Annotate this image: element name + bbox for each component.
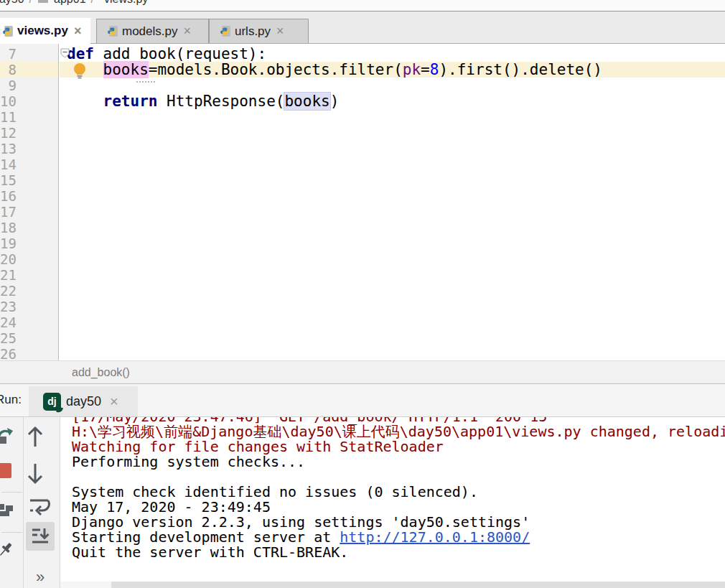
console-hscrollbar-track xyxy=(60,582,725,588)
run-toolwindow-body: » [17/May/2020 23:47:46] "GET /add_book/… xyxy=(0,417,725,588)
code-token: ).first().delete() xyxy=(439,61,602,78)
code-line[interactable] xyxy=(60,157,725,172)
code-line[interactable] xyxy=(60,314,725,330)
tab-label: urls.py xyxy=(235,24,271,39)
code-line[interactable] xyxy=(60,267,725,283)
console-output: [17/May/2020 23:47:46] "GET /add_book/ H… xyxy=(60,417,725,560)
editor-tab-bar: views.py × models.py × urls.py × xyxy=(0,11,725,44)
up-arrow-icon[interactable] xyxy=(27,424,43,449)
gutter-line-number[interactable]: 22 xyxy=(0,283,58,299)
python-file-icon xyxy=(1,25,14,37)
breadcrumb-separator: / xyxy=(91,0,94,6)
gutter-line-number[interactable]: 8 xyxy=(0,62,58,78)
restore-layout-icon[interactable] xyxy=(0,503,14,518)
code-line[interactable] xyxy=(60,141,725,157)
fold-marker-icon[interactable] xyxy=(60,48,70,58)
down-arrow-icon[interactable] xyxy=(27,462,43,486)
console-link[interactable]: http://127.0.0.1:8000/ xyxy=(340,528,530,546)
console-text: Performing system checks... xyxy=(72,453,305,470)
breadcrumb-item-views[interactable]: views.py xyxy=(104,0,148,6)
console-line: Django version 2.2.3, using settings 'da… xyxy=(72,515,725,530)
close-icon[interactable]: × xyxy=(110,393,118,410)
code-token: = xyxy=(421,61,430,78)
code-token: pk xyxy=(403,61,421,78)
tab-urls-py[interactable]: urls.py × xyxy=(209,19,309,44)
code-line[interactable] xyxy=(60,109,725,125)
editor-breadcrumb-bar: add_book() xyxy=(0,360,725,384)
tab-label: models.py xyxy=(122,24,177,39)
close-icon[interactable]: × xyxy=(276,24,284,39)
code-line[interactable] xyxy=(60,346,725,360)
code-token: books xyxy=(103,61,149,78)
gutter-line-number[interactable]: 17 xyxy=(0,204,58,220)
pycharm-window: day50 / app01 / views.py views.py × xyxy=(0,0,725,588)
gutter-line-number[interactable]: 15 xyxy=(0,172,58,188)
scroll-to-end-icon[interactable] xyxy=(26,522,55,551)
gutter-line-number[interactable]: 16 xyxy=(0,188,58,204)
gutter-line-number[interactable]: 18 xyxy=(0,220,58,235)
code-token: ) xyxy=(330,93,340,110)
tab-views-py[interactable]: views.py × xyxy=(0,18,90,44)
soft-wrap-icon[interactable] xyxy=(29,496,50,516)
code-area[interactable]: def add_book(request): books=models.Book… xyxy=(60,44,725,360)
code-line[interactable] xyxy=(60,235,725,251)
code-token: return xyxy=(103,93,158,110)
breadcrumb-item-app01[interactable]: app01 xyxy=(54,0,86,6)
code-line[interactable]: def add_book(request): xyxy=(60,46,725,62)
gutter-line-number[interactable]: 12 xyxy=(0,125,58,141)
toolbar-divider xyxy=(23,417,24,588)
breadcrumb-item-day50[interactable]: day50 xyxy=(0,0,24,6)
more-options-icon[interactable]: » xyxy=(36,568,45,587)
code-line[interactable] xyxy=(60,204,725,220)
code-line[interactable] xyxy=(60,299,725,314)
gutter-line-number[interactable]: 7 xyxy=(0,46,58,62)
gutter-line-number[interactable]: 9 xyxy=(0,78,58,93)
code-token xyxy=(67,93,103,110)
gutter-line-number[interactable]: 11 xyxy=(0,109,58,125)
code-token: =models.Book.objects.filter( xyxy=(149,61,403,78)
gutter-line-number[interactable]: 23 xyxy=(0,299,58,314)
code-line[interactable] xyxy=(60,283,725,299)
run-tab-day50[interactable]: dj day50 × xyxy=(29,386,138,416)
gutter-line-number[interactable]: 25 xyxy=(0,330,58,346)
tab-models-py[interactable]: models.py × xyxy=(96,19,209,44)
code-line[interactable] xyxy=(60,78,725,93)
intention-lightbulb-icon[interactable] xyxy=(72,62,87,79)
run-console[interactable]: [17/May/2020 23:47:46] "GET /add_book/ H… xyxy=(60,417,725,582)
code-line[interactable] xyxy=(60,330,725,346)
gutter-line-number[interactable]: 19 xyxy=(0,235,58,251)
code-line[interactable]: books=models.Book.objects.filter(pk=8).f… xyxy=(60,62,725,78)
python-file-icon xyxy=(106,25,118,37)
gutter-line-number[interactable]: 13 xyxy=(0,141,58,157)
code-line[interactable] xyxy=(60,172,725,188)
run-tab-label: day50 xyxy=(66,394,101,409)
code-line[interactable]: return HttpResponse(books) xyxy=(60,93,725,109)
gutter-line-number[interactable]: 21 xyxy=(0,267,58,283)
pin-icon[interactable] xyxy=(0,541,15,561)
breadcrumb-separator: / xyxy=(29,0,32,6)
breadcrumb: day50 / app01 / views.py xyxy=(0,0,725,11)
gutter-line-number[interactable]: 24 xyxy=(0,314,58,330)
code-line[interactable] xyxy=(60,188,725,204)
rerun-icon[interactable] xyxy=(0,426,15,447)
breadcrumb-function[interactable]: add_book() xyxy=(72,366,130,379)
editor-gutter[interactable]: 7891011121314151617181920212223242526 xyxy=(0,44,59,360)
console-line: Quit the server with CTRL-BREAK. xyxy=(72,545,725,560)
gutter-line-number[interactable]: 26 xyxy=(0,346,58,360)
stop-icon[interactable] xyxy=(0,463,11,478)
console-hscrollbar-thumb[interactable] xyxy=(111,582,725,588)
code-line[interactable] xyxy=(60,220,725,235)
code-token: books xyxy=(284,93,329,110)
django-icon: dj xyxy=(43,393,61,411)
close-icon[interactable]: × xyxy=(74,24,82,39)
tab-label: views.py xyxy=(17,24,68,38)
toolbar-separator xyxy=(1,532,22,533)
gutter-line-number[interactable]: 20 xyxy=(0,251,58,267)
gutter-line-number[interactable]: 14 xyxy=(0,157,58,172)
code-line[interactable] xyxy=(60,251,725,267)
folder-icon xyxy=(37,0,49,5)
close-icon[interactable]: × xyxy=(183,24,191,39)
code-line[interactable] xyxy=(60,125,725,141)
code-editor[interactable]: 7891011121314151617181920212223242526 de… xyxy=(0,44,725,360)
gutter-line-number[interactable]: 10 xyxy=(0,93,58,109)
